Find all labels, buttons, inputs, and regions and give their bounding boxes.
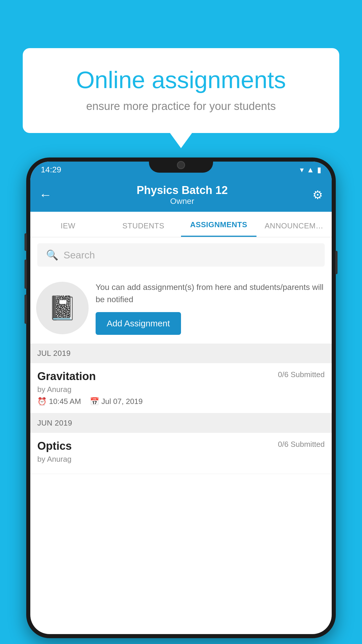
bubble-subtitle: ensure more practice for your students <box>43 100 319 113</box>
search-bar[interactable]: 🔍 Search <box>37 243 325 267</box>
bubble-title: Online assignments <box>43 66 319 94</box>
settings-button[interactable]: ⚙ <box>312 188 323 202</box>
search-icon: 🔍 <box>46 249 58 261</box>
phone-mockup: 14:29 ▾ ▲ ▮ ← Physics Batch 12 Owner ⚙ I… <box>26 158 336 638</box>
assignment-submitted-optics: 0/6 Submitted <box>278 440 325 449</box>
add-assignment-area: 📓 You can add assignment(s) from here an… <box>30 272 332 344</box>
section-header-jun-label: JUN 2019 <box>37 419 72 427</box>
section-header-jul: JUL 2019 <box>30 344 332 363</box>
clock-icon: ⏰ <box>37 397 47 406</box>
power-button <box>335 251 338 274</box>
assignment-item-gravitation[interactable]: Gravitation 0/6 Submitted by Anurag ⏰ 10… <box>30 363 332 413</box>
assignment-meta-gravitation: ⏰ 10:45 AM 📅 Jul 07, 2019 <box>37 397 325 406</box>
section-header-jun: JUN 2019 <box>30 413 332 433</box>
add-assignment-button[interactable]: Add Assignment <box>96 312 181 335</box>
phone-screen: 14:29 ▾ ▲ ▮ ← Physics Batch 12 Owner ⚙ I… <box>30 162 332 634</box>
volume-down-button <box>24 295 27 324</box>
tab-iew[interactable]: IEW <box>30 221 106 237</box>
assignment-right: You can add assignment(s) from here and … <box>96 281 325 335</box>
section-header-jul-label: JUL 2019 <box>37 349 71 358</box>
assignment-description: You can add assignment(s) from here and … <box>96 281 325 306</box>
app-header: ← Physics Batch 12 Owner ⚙ <box>30 178 332 212</box>
tabs-bar: IEW STUDENTS ASSIGNMENTS ANNOUNCEM… <box>30 212 332 237</box>
signal-icon: ▲ <box>307 165 314 174</box>
speech-bubble: Online assignments ensure more practice … <box>23 48 339 133</box>
back-button[interactable]: ← <box>39 188 52 202</box>
wifi-icon: ▾ <box>300 165 304 174</box>
phone-notch <box>149 158 213 173</box>
header-title: Physics Batch 12 <box>137 184 228 197</box>
assignment-icon-circle: 📓 <box>36 282 89 334</box>
assignment-time-gravitation: ⏰ 10:45 AM <box>37 397 81 406</box>
tab-announcements[interactable]: ANNOUNCEM… <box>256 221 332 237</box>
status-icons: ▾ ▲ ▮ <box>300 165 321 174</box>
status-time: 14:29 <box>41 165 61 174</box>
assignment-date-gravitation: 📅 Jul 07, 2019 <box>90 397 143 406</box>
notebook-icon: 📓 <box>48 294 77 322</box>
assignment-date-value: Jul 07, 2019 <box>101 397 143 406</box>
assignment-item-top: Gravitation 0/6 Submitted <box>37 370 325 383</box>
tab-assignments[interactable]: ASSIGNMENTS <box>181 220 256 237</box>
assignment-submitted-gravitation: 0/6 Submitted <box>278 370 325 379</box>
notch-camera <box>177 161 185 169</box>
assignment-item-optics[interactable]: Optics 0/6 Submitted by Anurag <box>30 433 332 474</box>
assignment-name-optics: Optics <box>37 440 72 452</box>
assignment-by-gravitation: by Anurag <box>37 385 325 394</box>
volume-up-button <box>24 260 27 289</box>
header-subtitle: Owner <box>137 197 228 206</box>
search-container: 🔍 Search <box>30 237 332 272</box>
tab-students[interactable]: STUDENTS <box>106 221 181 237</box>
mute-button <box>24 233 27 251</box>
battery-icon: ▮ <box>317 165 321 174</box>
calendar-icon: 📅 <box>90 397 99 406</box>
assignment-time-value: 10:45 AM <box>49 397 81 406</box>
search-placeholder: Search <box>64 249 95 261</box>
assignment-by-optics: by Anurag <box>37 455 325 464</box>
header-center: Physics Batch 12 Owner <box>137 184 228 206</box>
assignment-item-optics-top: Optics 0/6 Submitted <box>37 440 325 452</box>
assignment-name-gravitation: Gravitation <box>37 370 96 383</box>
